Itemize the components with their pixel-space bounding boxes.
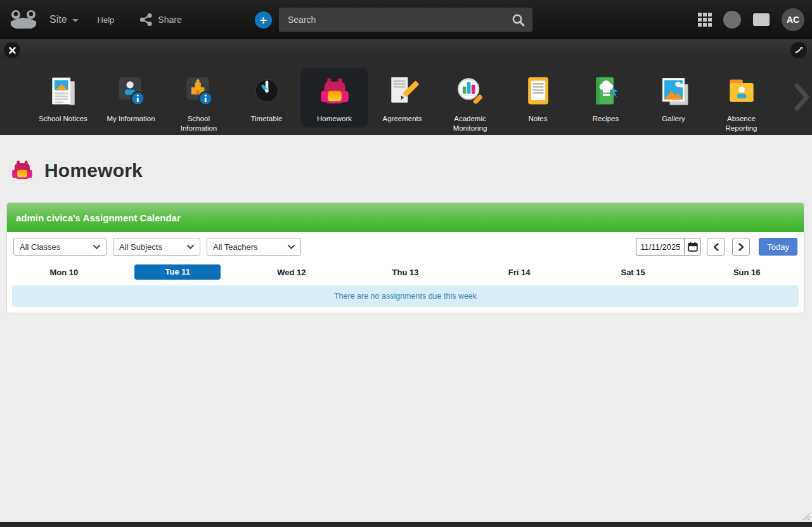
chevron-down-icon xyxy=(187,245,194,249)
top-navbar: Site Help Share + xyxy=(0,0,812,39)
today-button[interactable]: Today xyxy=(759,238,797,256)
my-information-icon xyxy=(112,73,151,111)
dock-item-label: Timetable xyxy=(250,114,282,124)
subjects-select[interactable]: All Subjects xyxy=(113,238,200,256)
dock-item-homework[interactable]: Homework xyxy=(300,68,368,127)
dock-item-school-information[interactable]: School Information xyxy=(165,68,233,133)
no-assignments-alert: There are no assignments due this week xyxy=(12,285,799,307)
date-input[interactable] xyxy=(636,238,684,256)
share-button[interactable]: Share xyxy=(139,13,181,27)
teachers-select-value: All Teachers xyxy=(213,242,258,252)
chevron-down-icon xyxy=(93,245,100,249)
homework-icon xyxy=(315,73,354,111)
topbar-right-group: AC xyxy=(698,0,804,39)
share-label: Share xyxy=(158,15,181,25)
homework-title-icon xyxy=(9,157,35,185)
search-input[interactable] xyxy=(279,8,532,32)
expand-button[interactable] xyxy=(790,42,807,58)
search-cluster: + xyxy=(255,0,532,39)
dock-item-label: Gallery xyxy=(662,114,685,124)
agreements-icon xyxy=(383,73,422,111)
gallery-icon xyxy=(654,73,693,111)
absence-reporting-icon xyxy=(722,73,761,111)
classes-select[interactable]: All Classes xyxy=(13,238,106,256)
day-label: Sat 15 xyxy=(621,268,645,277)
dock-item-label: School Information xyxy=(170,114,228,133)
day-sat[interactable]: Sat 15 xyxy=(576,268,690,277)
day-fri[interactable]: Fri 14 xyxy=(462,268,576,277)
calendar-header-title: admin civica's Assignment Calendar xyxy=(16,212,181,223)
dock-item-academic-monitoring[interactable]: Academic Monitoring xyxy=(436,68,504,133)
share-icon xyxy=(139,13,153,27)
page-title-row: Homework xyxy=(0,135,812,185)
search-icon[interactable] xyxy=(511,13,526,28)
chevron-right-icon xyxy=(738,243,744,251)
dock-item-my-information[interactable]: My Information xyxy=(97,68,165,127)
calendar-icon xyxy=(688,242,698,252)
date-group xyxy=(636,238,701,256)
school-notices-icon xyxy=(44,73,83,111)
dock-item-notes[interactable]: Notes xyxy=(504,68,572,127)
timetable-icon xyxy=(247,73,287,111)
day-label: Thu 13 xyxy=(392,268,419,277)
page-title: Homework xyxy=(44,160,143,181)
next-week-button[interactable] xyxy=(732,238,750,256)
dock-item-label: Academic Monitoring xyxy=(441,114,499,133)
dock-item-label: Recipes xyxy=(593,114,619,124)
bottom-bar xyxy=(0,522,812,527)
day-mon[interactable]: Mon 10 xyxy=(7,268,121,277)
day-sun[interactable]: Sun 16 xyxy=(690,268,804,277)
apps-grid-icon[interactable] xyxy=(698,13,712,27)
notes-icon xyxy=(519,73,558,111)
dock-item-agreements[interactable]: Agreements xyxy=(368,68,436,127)
dock-item-absence-reporting[interactable]: Absence Reporting xyxy=(707,68,775,133)
day-label: Sun 16 xyxy=(733,268,761,277)
calendar-nav-group: Today xyxy=(636,238,797,256)
dock-item-label: Homework xyxy=(317,114,352,124)
subjects-select-value: All Subjects xyxy=(119,242,162,252)
calendar-filter-row: All Classes All Subjects All Teachers xyxy=(7,232,804,262)
assignment-calendar-panel: admin civica's Assignment Calendar All C… xyxy=(6,202,804,313)
chevron-down-icon xyxy=(288,245,295,249)
dock-item-label: Notes xyxy=(528,114,547,124)
day-thu[interactable]: Thu 13 xyxy=(349,268,463,277)
desktop-icon[interactable] xyxy=(752,12,770,27)
close-button[interactable] xyxy=(4,42,20,58)
dock-item-recipes[interactable]: Recipes xyxy=(572,68,640,127)
dock-item-school-notices[interactable]: School Notices xyxy=(29,68,97,127)
dock-item-gallery[interactable]: Gallery xyxy=(640,68,707,127)
classes-select-value: All Classes xyxy=(20,242,60,252)
day-wed[interactable]: Wed 12 xyxy=(235,268,349,277)
add-button[interactable]: + xyxy=(255,11,272,29)
day-label: Mon 10 xyxy=(49,268,78,277)
teachers-select[interactable]: All Teachers xyxy=(207,238,301,256)
calendar-picker-button[interactable] xyxy=(684,238,701,256)
dock-item-label: Agreements xyxy=(382,114,422,124)
day-label: Wed 12 xyxy=(277,268,306,277)
main-content: Homework admin civica's Assignment Calen… xyxy=(0,135,812,522)
recipes-icon xyxy=(586,73,626,111)
dock-item-timetable[interactable]: Timetable xyxy=(233,68,300,127)
calendar-header: admin civica's Assignment Calendar xyxy=(7,203,804,232)
resize-grip[interactable] xyxy=(801,511,811,521)
help-link[interactable]: Help xyxy=(98,15,115,25)
close-icon xyxy=(9,47,16,54)
expand-icon xyxy=(795,46,803,55)
chevron-down-icon xyxy=(72,19,79,22)
dock-item-label: Absence Reporting xyxy=(712,114,771,133)
school-information-icon xyxy=(179,73,219,111)
topbar-left-group: Site Help Share xyxy=(0,9,182,30)
frog-logo-icon[interactable] xyxy=(9,9,38,30)
day-tue-selected[interactable]: Tue 11 xyxy=(121,264,235,280)
avatar[interactable]: AC xyxy=(782,8,804,31)
chevron-left-icon xyxy=(713,243,719,251)
app-subbar xyxy=(0,39,812,60)
site-menu-label: Site xyxy=(49,14,67,25)
selected-day-pill: Tue 11 xyxy=(134,264,221,280)
dock-scroll-right-icon[interactable] xyxy=(794,83,809,111)
dock-item-label: My Information xyxy=(106,114,155,124)
status-circle-icon[interactable] xyxy=(723,11,741,29)
site-menu[interactable]: Site xyxy=(49,14,79,25)
previous-week-button[interactable] xyxy=(707,238,725,256)
dock-item-label: School Notices xyxy=(39,114,87,124)
